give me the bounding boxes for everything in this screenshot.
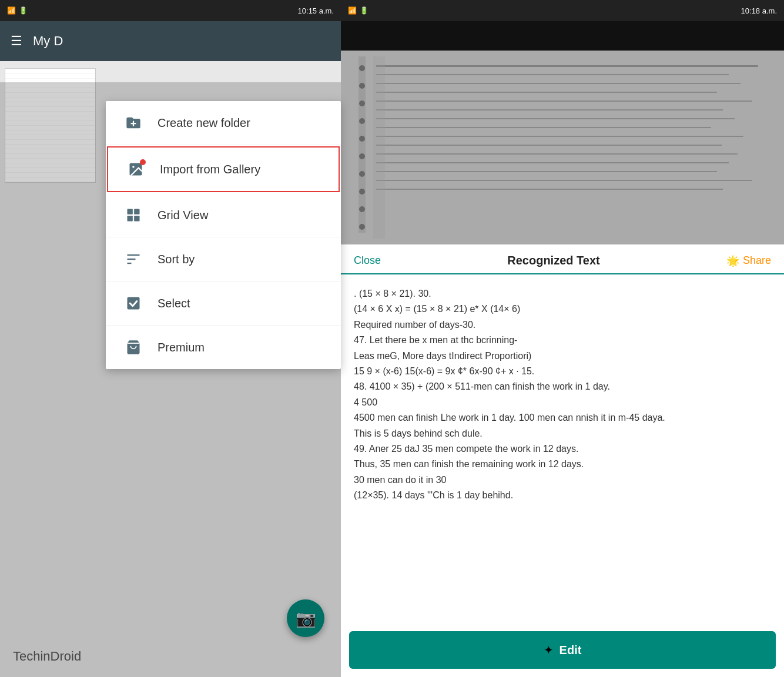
- premium-label: Premium: [158, 341, 205, 354]
- status-bar-right: 📶 🔋 10:18 a.m.: [341, 0, 784, 21]
- menu-item-import-gallery[interactable]: Import from Gallery: [107, 146, 340, 192]
- battery-icon: 🔋: [19, 6, 28, 15]
- doc-image-content: [341, 21, 784, 244]
- svg-rect-25: [376, 74, 729, 75]
- svg-point-17: [359, 118, 365, 124]
- edit-button-label: Edit: [559, 644, 582, 657]
- svg-point-23: [359, 224, 365, 230]
- svg-rect-24: [376, 65, 758, 67]
- svg-point-14: [359, 65, 365, 71]
- left-panel: 📶 🔋 10:15 a.m. ☰ My D Creat: [0, 0, 341, 677]
- svg-rect-37: [376, 180, 752, 181]
- grid-view-label: Grid View: [158, 209, 208, 222]
- share-emoji-icon: 🌟: [726, 254, 739, 267]
- app-title: My D: [33, 33, 63, 49]
- svg-rect-28: [376, 100, 752, 102]
- menu-item-grid-view[interactable]: Grid View: [106, 193, 341, 237]
- folder-plus-icon: [122, 112, 145, 134]
- svg-rect-27: [376, 92, 717, 93]
- share-label: Share: [743, 254, 771, 267]
- svg-rect-35: [376, 162, 729, 163]
- svg-point-18: [359, 136, 365, 142]
- svg-rect-12: [341, 51, 784, 244]
- svg-rect-34: [376, 153, 738, 155]
- svg-rect-29: [376, 109, 723, 110]
- signal-icon-right: 📶: [348, 6, 357, 15]
- svg-rect-9: [128, 297, 140, 310]
- check-square-icon: [122, 292, 145, 314]
- svg-rect-5: [134, 216, 139, 221]
- edit-button[interactable]: ✦ Edit: [349, 631, 776, 669]
- time-right: 10:18 a.m.: [741, 6, 777, 15]
- badge-dot: [140, 159, 146, 165]
- menu-item-create-folder[interactable]: Create new folder: [106, 101, 341, 145]
- svg-rect-11: [341, 21, 784, 51]
- import-gallery-label: Import from Gallery: [160, 163, 260, 176]
- svg-point-22: [359, 206, 365, 212]
- svg-rect-4: [128, 216, 133, 221]
- cart-icon: [122, 336, 145, 358]
- hamburger-icon[interactable]: ☰: [11, 33, 22, 49]
- status-icons-left: 📶 🔋: [7, 6, 28, 15]
- svg-point-15: [359, 83, 365, 89]
- menu-item-select[interactable]: Select: [106, 281, 341, 326]
- svg-rect-31: [376, 127, 711, 128]
- battery-icon-right: 🔋: [360, 6, 368, 15]
- svg-point-1: [132, 166, 135, 168]
- recognized-text-content: . (15 × 8 × 21). 30. (14 × 6 X x) = (15 …: [341, 274, 784, 623]
- svg-rect-32: [376, 136, 743, 137]
- svg-rect-3: [134, 209, 139, 215]
- svg-point-19: [359, 153, 365, 159]
- status-icons-right: 📶 🔋: [348, 6, 368, 15]
- app-bar: ☰ My D: [0, 21, 341, 61]
- status-bar-left: 📶 🔋 10:15 a.m.: [0, 0, 341, 21]
- svg-point-16: [359, 100, 365, 106]
- time-left: 10:15 a.m.: [298, 6, 334, 15]
- share-button[interactable]: 🌟 Share: [726, 254, 771, 267]
- menu-item-sort-by[interactable]: Sort by: [106, 237, 341, 281]
- svg-rect-26: [376, 83, 741, 84]
- svg-point-21: [359, 189, 365, 195]
- recognized-text-title: Recognized Text: [507, 254, 599, 267]
- right-panel: 📶 🔋 10:18 a.m.: [341, 0, 784, 677]
- doc-image-area: [341, 21, 784, 244]
- menu-item-premium[interactable]: Premium: [106, 326, 341, 369]
- edit-emoji-icon: ✦: [544, 643, 554, 657]
- doc-area: Create new folder Import from Gallery: [0, 61, 341, 677]
- sort-icon: [122, 248, 145, 270]
- image-icon: [125, 158, 147, 180]
- svg-rect-36: [376, 171, 717, 172]
- svg-rect-33: [376, 145, 722, 146]
- close-button[interactable]: Close: [354, 254, 381, 267]
- select-label: Select: [158, 297, 190, 310]
- svg-point-20: [359, 171, 365, 177]
- svg-rect-30: [376, 118, 735, 119]
- svg-rect-39: [373, 56, 385, 239]
- svg-rect-38: [376, 189, 723, 190]
- recognized-text-header: Close Recognized Text 🌟 Share: [341, 244, 784, 274]
- svg-rect-2: [128, 209, 133, 215]
- recognized-text-paragraph: . (15 × 8 × 21). 30. (14 × 6 X x) = (15 …: [354, 286, 771, 503]
- doc-image-svg: [341, 21, 784, 244]
- create-folder-label: Create new folder: [158, 116, 250, 130]
- sort-by-label: Sort by: [158, 253, 195, 266]
- dropdown-menu: Create new folder Import from Gallery: [106, 101, 341, 369]
- sim-icon: 📶: [7, 6, 16, 15]
- grid-icon: [122, 204, 145, 226]
